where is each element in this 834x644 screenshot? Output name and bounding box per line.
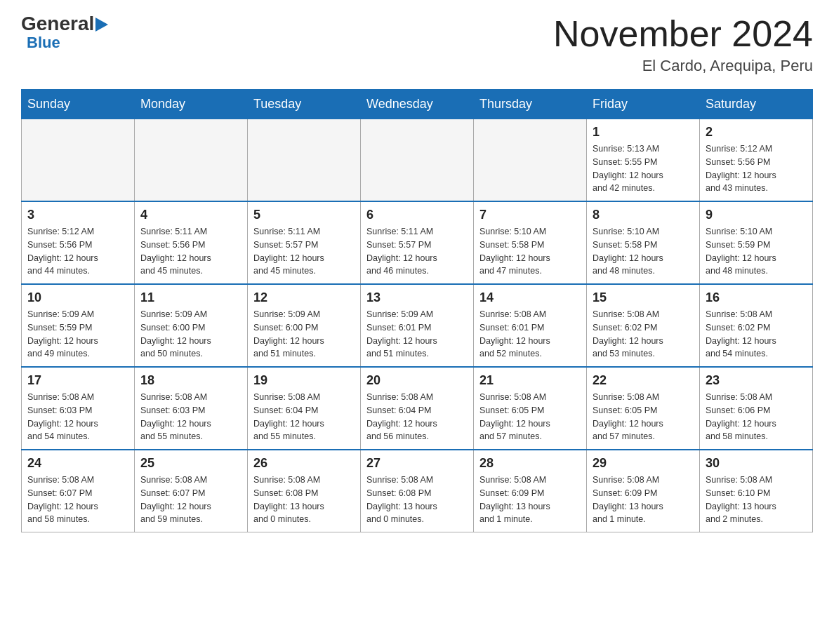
day-info: Sunrise: 5:09 AMSunset: 6:00 PMDaylight:… (253, 308, 355, 361)
day-of-week-header: Thursday (474, 90, 587, 119)
calendar-day-cell: 10Sunrise: 5:09 AMSunset: 5:59 PMDayligh… (22, 284, 135, 367)
logo: General Blue (21, 14, 108, 52)
calendar-day-cell: 24Sunrise: 5:08 AMSunset: 6:07 PMDayligh… (22, 450, 135, 532)
day-number: 15 (593, 290, 694, 305)
svg-marker-0 (95, 18, 108, 32)
logo-blue-text: Blue (27, 34, 60, 52)
day-number: 12 (253, 290, 355, 305)
day-number: 11 (140, 290, 241, 305)
calendar-day-cell (474, 119, 587, 202)
day-info: Sunrise: 5:08 AMSunset: 6:09 PMDaylight:… (479, 474, 581, 526)
calendar-day-cell (22, 119, 135, 202)
calendar-day-cell: 18Sunrise: 5:08 AMSunset: 6:03 PMDayligh… (135, 367, 248, 450)
day-info: Sunrise: 5:08 AMSunset: 6:05 PMDaylight:… (479, 391, 581, 443)
day-number: 8 (593, 208, 694, 222)
day-info: Sunrise: 5:09 AMSunset: 5:59 PMDaylight:… (27, 308, 128, 361)
location-text: El Cardo, Arequipa, Peru (553, 57, 813, 75)
title-area: November 2024 El Cardo, Arequipa, Peru (553, 14, 813, 75)
calendar-week-row: 17Sunrise: 5:08 AMSunset: 6:03 PMDayligh… (22, 367, 813, 450)
day-number: 5 (253, 208, 355, 222)
calendar-day-cell (248, 119, 361, 202)
calendar-day-cell: 23Sunrise: 5:08 AMSunset: 6:06 PMDayligh… (700, 367, 813, 450)
calendar-day-cell: 4Sunrise: 5:11 AMSunset: 5:56 PMDaylight… (135, 201, 248, 284)
calendar-day-cell: 16Sunrise: 5:08 AMSunset: 6:02 PMDayligh… (700, 284, 813, 367)
day-number: 27 (366, 456, 468, 471)
day-info: Sunrise: 5:08 AMSunset: 6:09 PMDaylight:… (593, 474, 694, 526)
day-number: 28 (479, 456, 581, 471)
day-info: Sunrise: 5:13 AMSunset: 5:55 PMDaylight:… (593, 142, 694, 195)
calendar-day-cell: 1Sunrise: 5:13 AMSunset: 5:55 PMDaylight… (587, 119, 700, 202)
calendar-day-cell: 9Sunrise: 5:10 AMSunset: 5:59 PMDaylight… (700, 201, 813, 284)
day-info: Sunrise: 5:08 AMSunset: 6:03 PMDaylight:… (27, 391, 128, 443)
day-number: 19 (253, 373, 355, 388)
calendar-table: SundayMondayTuesdayWednesdayThursdayFrid… (21, 89, 813, 532)
calendar-day-cell: 2Sunrise: 5:12 AMSunset: 5:56 PMDaylight… (700, 119, 813, 202)
day-of-week-header: Saturday (700, 90, 813, 119)
day-info: Sunrise: 5:11 AMSunset: 5:57 PMDaylight:… (366, 225, 468, 278)
calendar-day-cell: 28Sunrise: 5:08 AMSunset: 6:09 PMDayligh… (474, 450, 587, 532)
calendar-day-cell: 8Sunrise: 5:10 AMSunset: 5:58 PMDaylight… (587, 201, 700, 284)
calendar-day-cell: 27Sunrise: 5:08 AMSunset: 6:08 PMDayligh… (361, 450, 474, 532)
calendar-day-cell: 20Sunrise: 5:08 AMSunset: 6:04 PMDayligh… (361, 367, 474, 450)
month-title: November 2024 (553, 14, 813, 54)
day-number: 25 (140, 456, 241, 471)
logo-general-text: General (21, 14, 94, 34)
page-header: General Blue November 2024 El Cardo, Are… (21, 14, 813, 75)
day-number: 24 (27, 456, 128, 471)
day-info: Sunrise: 5:08 AMSunset: 6:04 PMDaylight:… (366, 391, 468, 443)
calendar-day-cell: 26Sunrise: 5:08 AMSunset: 6:08 PMDayligh… (248, 450, 361, 532)
day-info: Sunrise: 5:08 AMSunset: 6:04 PMDaylight:… (253, 391, 355, 443)
calendar-week-row: 24Sunrise: 5:08 AMSunset: 6:07 PMDayligh… (22, 450, 813, 532)
day-number: 18 (140, 373, 241, 388)
calendar-day-cell: 17Sunrise: 5:08 AMSunset: 6:03 PMDayligh… (22, 367, 135, 450)
day-number: 4 (140, 208, 241, 222)
calendar-day-cell: 15Sunrise: 5:08 AMSunset: 6:02 PMDayligh… (587, 284, 700, 367)
calendar-day-cell: 13Sunrise: 5:09 AMSunset: 6:01 PMDayligh… (361, 284, 474, 367)
day-info: Sunrise: 5:08 AMSunset: 6:06 PMDaylight:… (706, 391, 807, 443)
day-info: Sunrise: 5:08 AMSunset: 6:08 PMDaylight:… (253, 474, 355, 526)
calendar-day-cell: 22Sunrise: 5:08 AMSunset: 6:05 PMDayligh… (587, 367, 700, 450)
calendar-day-cell: 6Sunrise: 5:11 AMSunset: 5:57 PMDaylight… (361, 201, 474, 284)
day-number: 26 (253, 456, 355, 471)
day-number: 20 (366, 373, 468, 388)
day-info: Sunrise: 5:08 AMSunset: 6:02 PMDaylight:… (706, 308, 807, 361)
day-of-week-header: Friday (587, 90, 700, 119)
calendar-week-row: 10Sunrise: 5:09 AMSunset: 5:59 PMDayligh… (22, 284, 813, 367)
day-number: 7 (479, 208, 581, 222)
calendar-week-row: 1Sunrise: 5:13 AMSunset: 5:55 PMDaylight… (22, 119, 813, 202)
day-of-week-header: Sunday (22, 90, 135, 119)
day-of-week-header: Tuesday (248, 90, 361, 119)
day-info: Sunrise: 5:11 AMSunset: 5:57 PMDaylight:… (253, 225, 355, 278)
calendar-day-cell: 11Sunrise: 5:09 AMSunset: 6:00 PMDayligh… (135, 284, 248, 367)
day-number: 2 (706, 125, 807, 140)
calendar-day-cell: 25Sunrise: 5:08 AMSunset: 6:07 PMDayligh… (135, 450, 248, 532)
calendar-day-cell: 19Sunrise: 5:08 AMSunset: 6:04 PMDayligh… (248, 367, 361, 450)
day-info: Sunrise: 5:10 AMSunset: 5:58 PMDaylight:… (479, 225, 581, 278)
day-info: Sunrise: 5:08 AMSunset: 6:08 PMDaylight:… (366, 474, 468, 526)
day-number: 23 (706, 373, 807, 388)
day-info: Sunrise: 5:10 AMSunset: 5:58 PMDaylight:… (593, 225, 694, 278)
day-info: Sunrise: 5:08 AMSunset: 6:05 PMDaylight:… (593, 391, 694, 443)
day-info: Sunrise: 5:09 AMSunset: 6:00 PMDaylight:… (140, 308, 241, 361)
calendar-day-cell: 30Sunrise: 5:08 AMSunset: 6:10 PMDayligh… (700, 450, 813, 532)
day-number: 29 (593, 456, 694, 471)
day-number: 30 (706, 456, 807, 471)
day-info: Sunrise: 5:08 AMSunset: 6:02 PMDaylight:… (593, 308, 694, 361)
calendar-day-cell (361, 119, 474, 202)
day-number: 3 (27, 208, 128, 222)
day-of-week-header: Wednesday (361, 90, 474, 119)
day-number: 21 (479, 373, 581, 388)
day-number: 10 (27, 290, 128, 305)
day-number: 14 (479, 290, 581, 305)
day-info: Sunrise: 5:08 AMSunset: 6:03 PMDaylight:… (140, 391, 241, 443)
day-number: 13 (366, 290, 468, 305)
day-number: 16 (706, 290, 807, 305)
calendar-week-row: 3Sunrise: 5:12 AMSunset: 5:56 PMDaylight… (22, 201, 813, 284)
calendar-header-row: SundayMondayTuesdayWednesdayThursdayFrid… (22, 90, 813, 119)
day-info: Sunrise: 5:12 AMSunset: 5:56 PMDaylight:… (706, 142, 807, 195)
day-info: Sunrise: 5:08 AMSunset: 6:10 PMDaylight:… (706, 474, 807, 526)
day-number: 1 (593, 125, 694, 140)
calendar-day-cell: 14Sunrise: 5:08 AMSunset: 6:01 PMDayligh… (474, 284, 587, 367)
day-of-week-header: Monday (135, 90, 248, 119)
calendar-day-cell: 5Sunrise: 5:11 AMSunset: 5:57 PMDaylight… (248, 201, 361, 284)
